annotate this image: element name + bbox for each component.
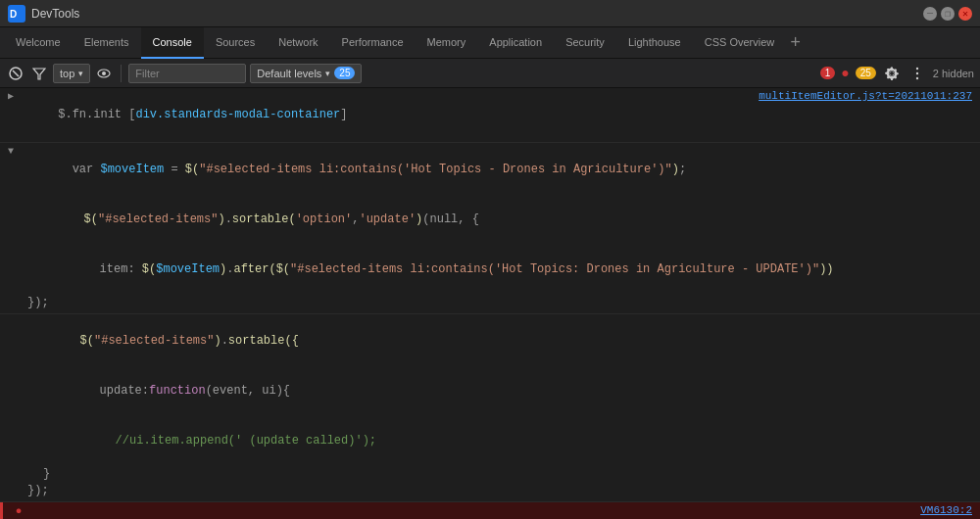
tab-elements[interactable]: Elements [73,27,141,59]
context-label: top [60,68,74,79]
console-row-3-line4: } [43,467,50,481]
tab-lighthouse[interactable]: Lighthouse [616,27,693,59]
console-row-1-source[interactable]: multiItemEditor.js?t=20211011:237 [751,90,972,102]
context-selector[interactable]: top ▾ [53,64,90,83]
filter-input[interactable] [128,64,246,83]
default-levels-button[interactable]: Default levels ▾ 25 [250,64,362,83]
console-row-2: ▼ var $moveItem = $("#selected-items li:… [0,143,980,314]
tab-security[interactable]: Security [554,27,616,59]
tab-console[interactable]: Console [141,27,204,59]
tab-performance[interactable]: Performance [330,27,416,59]
error-source[interactable]: VM6130:2 [912,504,972,516]
console-row-2-line2: $("#selected-items").sortable('option','… [27,212,479,243]
console-row-2-line3: item: $($moveItem).after($("#selected-it… [43,262,834,293]
toolbar-separator-1 [121,65,122,82]
default-levels-badge: 25 [334,67,355,79]
console-row-3-line2: update:function(event, ui){ [43,384,290,414]
console-error-row: ● ▸ Uncaught TypeError: $(...).sortable(… [0,502,980,519]
default-levels-chevron: ▾ [325,69,330,78]
expand-arrow-2[interactable]: ▼ [8,146,14,157]
console-content: ▶ $.fn.init [div.standards-modal-contain… [0,88,980,519]
tab-sources[interactable]: Sources [204,27,267,59]
context-chevron: ▾ [78,69,83,78]
svg-point-9 [916,76,918,78]
minimize-button[interactable]: — [923,7,937,21]
hidden-count-label: 2 hidden [933,68,974,79]
svg-point-8 [916,71,918,73]
expand-arrow-1[interactable]: ▶ [8,90,14,102]
filter-context-button[interactable] [29,64,49,83]
console-row-2-line4: }); [27,296,49,309]
toolbar-right: 1 ● 25 2 hidden [820,64,974,83]
fn-init-text: $.fn.init [ [58,108,135,121]
console-error-content: ▸ Uncaught TypeError: $(...).sortable(..… [30,504,912,519]
settings-button[interactable] [882,64,902,83]
console-row-3-line1: $("#selected-items").sortable({ [24,316,972,366]
restore-button[interactable]: ❐ [941,7,955,21]
svg-line-3 [13,71,19,76]
tab-network[interactable]: Network [267,27,329,59]
error-count-badge: 1 [820,67,836,79]
console-row-3-line5: }); [27,484,49,497]
tab-css-overview[interactable]: CSS Overview [693,27,787,59]
default-levels-label: Default levels [257,68,321,79]
title-bar-label: DevTools [31,7,79,21]
svg-marker-4 [33,69,45,79]
console-row-1-content: $.fn.init [div.standards-modal-container… [16,90,751,140]
tab-welcome[interactable]: Welcome [4,27,73,59]
eye-icon-button[interactable] [94,64,114,83]
console-toolbar: top ▾ Default levels ▾ 25 1 ● 25 [0,59,980,88]
svg-text:D: D [10,9,17,20]
console-row-1: ▶ $.fn.init [div.standards-modal-contain… [0,88,980,143]
error-icon-bullet: ● [11,505,26,517]
title-bar-controls: — ❐ ✕ [923,7,972,21]
more-options-button[interactable] [907,64,927,83]
warning-count-badge: 25 [856,67,876,79]
error-icon: ● [841,66,849,81]
tab-memory[interactable]: Memory [416,27,478,59]
tab-bar: Welcome Elements Console Sources Network… [0,27,980,59]
devtools-logo: D [8,5,25,23]
no-arrow-3 [8,316,24,366]
clear-console-button[interactable] [6,64,25,83]
console-row-2-content: var $moveItem = $("#selected-items li:co… [16,145,972,195]
console-row-3-line3: //ui.item.append(' (update called)'); [59,434,376,464]
svg-point-6 [102,71,106,75]
title-bar: D DevTools — ❐ ✕ [0,0,980,27]
svg-point-7 [916,67,918,69]
console-row-3: $("#selected-items").sortable({ update:f… [0,314,980,502]
add-tab-button[interactable]: + [790,33,801,53]
tab-application[interactable]: Application [477,27,554,59]
title-bar-left: D DevTools [8,5,79,23]
close-button[interactable]: ✕ [958,7,972,21]
